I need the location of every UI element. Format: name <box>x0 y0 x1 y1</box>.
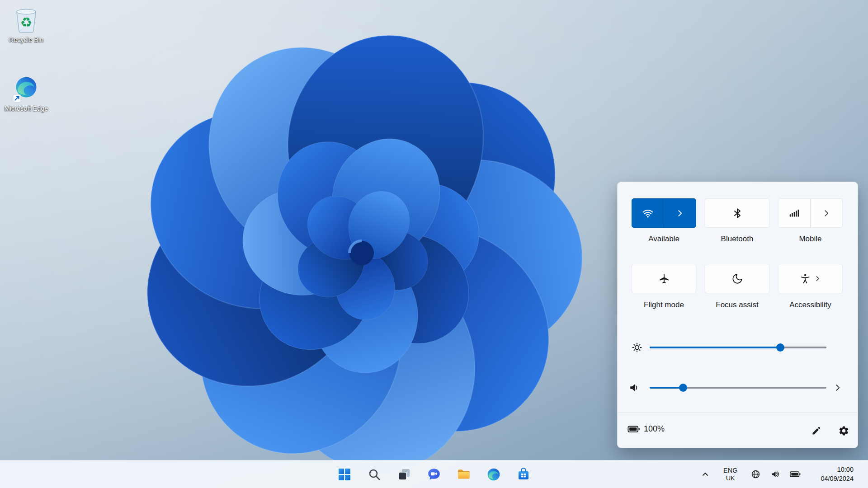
quick-tile-accessibility[interactable] <box>778 264 843 293</box>
volume-slider[interactable] <box>650 383 826 392</box>
recycle-bin-icon: ♻ <box>12 5 40 34</box>
airplane-icon <box>658 273 670 285</box>
tile-label-mobile: Mobile <box>778 235 843 244</box>
edit-quick-settings-button[interactable] <box>809 423 824 438</box>
bluetooth-icon <box>731 207 743 219</box>
chevron-right-icon <box>833 383 843 393</box>
cellular-signal-icon <box>788 207 800 219</box>
taskbar-tray: ENG UK <box>700 460 868 488</box>
taskbar-center-icons <box>335 460 533 488</box>
tray-clock-button[interactable]: 10:00 04/09/2024 <box>819 464 855 485</box>
windows-logo-icon <box>338 468 351 481</box>
brightness-slider-thumb[interactable] <box>776 343 784 352</box>
taskbar-start-button[interactable] <box>335 465 354 484</box>
search-icon <box>368 468 381 481</box>
folder-icon <box>457 467 471 482</box>
tray-network-button[interactable] <box>749 468 762 481</box>
windows-desktop: ♻ Recycle Bin Microsoft Edge <box>0 0 868 488</box>
slider-fill <box>650 347 780 348</box>
settings-button[interactable] <box>836 423 851 438</box>
wifi-icon <box>642 207 654 219</box>
quick-settings-panel: Available Bluetooth Mobile <box>617 182 858 448</box>
slider-fill <box>650 387 683 389</box>
desktop-icon-label: Microsoft Edge <box>5 104 48 113</box>
tile-label-focus-assist: Focus assist <box>705 300 769 310</box>
taskbar-task-view-button[interactable] <box>394 465 414 484</box>
battery-icon <box>627 426 640 433</box>
quick-tile-focus-assist[interactable] <box>705 264 769 293</box>
chevron-up-icon <box>702 471 709 478</box>
battery-percentage: 100% <box>644 424 665 434</box>
edge-logo-icon <box>13 75 40 103</box>
taskbar-store-button[interactable] <box>514 465 533 484</box>
task-view-icon <box>397 468 411 481</box>
chevron-right-icon <box>675 208 685 218</box>
edge-logo-icon <box>486 467 501 482</box>
language-region: UK <box>723 474 737 482</box>
accessibility-person-icon <box>799 273 811 285</box>
mobile-expand-button[interactable] <box>811 199 842 227</box>
taskbar-edge-button[interactable] <box>484 465 504 484</box>
chevron-right-icon <box>821 208 831 218</box>
desktop-icon-microsoft-edge[interactable]: Microsoft Edge <box>2 75 51 113</box>
speaker-icon[interactable] <box>629 382 641 394</box>
tray-battery-button[interactable] <box>788 469 802 479</box>
gear-icon <box>838 425 849 436</box>
tile-label-accessibility: Accessibility <box>778 300 843 310</box>
taskbar-search-button[interactable] <box>364 465 384 484</box>
chevron-right-icon <box>814 275 821 282</box>
tile-label-bluetooth: Bluetooth <box>705 235 769 244</box>
quick-tile-bluetooth[interactable] <box>705 198 769 228</box>
moon-icon <box>731 273 743 285</box>
speaker-icon <box>770 469 780 479</box>
brightness-slider[interactable] <box>650 343 826 352</box>
tile-label-flight-mode: Flight mode <box>632 300 696 310</box>
tray-volume-button[interactable] <box>769 468 782 481</box>
panel-separator <box>618 413 858 413</box>
mobile-toggle[interactable] <box>778 199 810 227</box>
quick-tile-mobile[interactable] <box>778 198 843 228</box>
clock-time: 10:00 <box>821 465 854 474</box>
brightness-sun-icon <box>631 342 643 353</box>
quick-tile-wifi[interactable] <box>632 198 696 228</box>
pen-icon <box>811 425 822 436</box>
volume-output-expand-button[interactable] <box>831 381 844 394</box>
tray-language-button[interactable]: ENG UK <box>722 465 739 483</box>
volume-slider-thumb[interactable] <box>679 384 687 392</box>
network-globe-icon <box>751 469 760 479</box>
tray-show-hidden-icons-button[interactable] <box>700 469 711 480</box>
svg-text:♻: ♻ <box>20 14 33 30</box>
taskbar-file-explorer-button[interactable] <box>454 465 474 484</box>
tile-label-wifi: Available <box>632 235 696 244</box>
language-code: ENG <box>723 467 737 474</box>
desktop-icon-label: Recycle Bin <box>9 36 44 44</box>
battery-status[interactable]: 100% <box>627 424 665 434</box>
desktop-icon-recycle-bin[interactable]: ♻ Recycle Bin <box>2 5 51 44</box>
wifi-toggle[interactable] <box>632 199 664 227</box>
store-bag-icon <box>517 468 530 481</box>
battery-icon <box>790 471 801 477</box>
chat-bubble-icon <box>427 467 441 482</box>
wifi-expand-button[interactable] <box>664 199 696 227</box>
clock-date: 04/09/2024 <box>821 474 854 483</box>
taskbar-chat-button[interactable] <box>424 465 444 484</box>
taskbar: ENG UK <box>0 460 868 488</box>
quick-tile-flight-mode[interactable] <box>632 264 696 293</box>
